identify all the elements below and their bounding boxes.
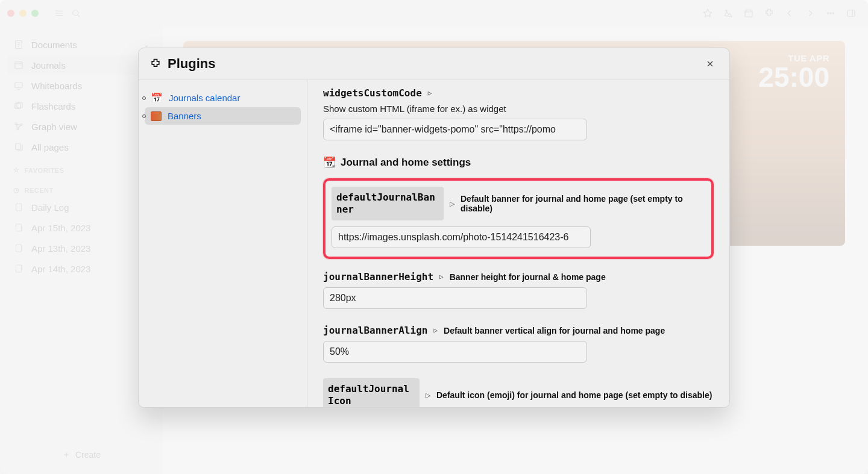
- bullet-icon: [142, 114, 146, 118]
- disclosure-icon[interactable]: ▷: [426, 391, 430, 399]
- banner-swatch-icon: [151, 111, 162, 121]
- setting-key: journalBannerAlign: [323, 325, 427, 336]
- section-title: Journal and home settings: [341, 157, 471, 169]
- plugin-list: 📅 Journals calendar Banners: [139, 80, 307, 407]
- plugins-modal: Plugins 📅 Journals calendar Banners: [138, 48, 730, 408]
- setting-subtitle: Default banner vertical align for journa…: [444, 326, 665, 335]
- setting-key: defaultJournalBanner: [332, 187, 444, 220]
- widgets-code-input[interactable]: [323, 119, 587, 140]
- calendar-emoji-icon: 📅: [151, 92, 163, 104]
- setting-key: widgetsCustomCode: [323, 87, 422, 99]
- plugin-item-label: Banners: [168, 111, 201, 121]
- close-button[interactable]: [702, 55, 719, 72]
- app-window: TUE APR 25:00 Documents ⌄ Journals White…: [0, 0, 868, 474]
- plugin-item-label: Journals calendar: [169, 93, 240, 103]
- setting-subtitle: Default icon (emoji) for journal and hom…: [436, 390, 714, 400]
- puzzle-icon: [149, 58, 162, 70]
- section-journal-home: 📆 Journal and home settings: [323, 156, 714, 169]
- disclosure-icon[interactable]: ▷: [433, 326, 438, 334]
- plugin-settings-panel[interactable]: widgetsCustomCode ▷ Show custom HTML (if…: [307, 80, 729, 407]
- setting-journal-banner-align: journalBannerAlign ▷ Default banner vert…: [323, 325, 714, 363]
- close-icon: [705, 59, 715, 69]
- plugin-item-banners[interactable]: Banners: [145, 107, 301, 125]
- calendar-emoji-icon: 📆: [323, 156, 336, 169]
- disclosure-icon[interactable]: ▷: [439, 273, 444, 281]
- bullet-icon: [142, 96, 146, 100]
- modal-header: Plugins: [139, 48, 729, 80]
- disclosure-icon[interactable]: ▷: [428, 89, 432, 97]
- default-journal-banner-input[interactable]: [332, 226, 591, 248]
- journal-banner-align-input[interactable]: [323, 341, 587, 363]
- setting-default-journal-banner-highlight: defaultJournalBanner ▷ Default banner fo…: [323, 178, 714, 259]
- plugin-item-journals-calendar[interactable]: 📅 Journals calendar: [145, 89, 301, 107]
- setting-default-journal-icon: defaultJournalIcon ▷ Default icon (emoji…: [323, 378, 714, 407]
- journal-banner-height-input[interactable]: [323, 287, 587, 309]
- setting-key: defaultJournalIcon: [323, 378, 420, 407]
- setting-journal-banner-height: journalBannerHeight ▷ Banner height for …: [323, 271, 714, 309]
- setting-subtitle: Default banner for journal and home page…: [461, 194, 705, 213]
- disclosure-icon[interactable]: ▷: [450, 200, 454, 208]
- setting-key: journalBannerHeight: [323, 271, 433, 282]
- setting-widgets-custom-code: widgetsCustomCode ▷ Show custom HTML (if…: [323, 87, 714, 140]
- setting-description: Show custom HTML (iframe for ex.) as wid…: [323, 104, 714, 114]
- setting-subtitle: Banner height for journal & home page: [450, 272, 606, 282]
- modal-title: Plugins: [168, 56, 215, 72]
